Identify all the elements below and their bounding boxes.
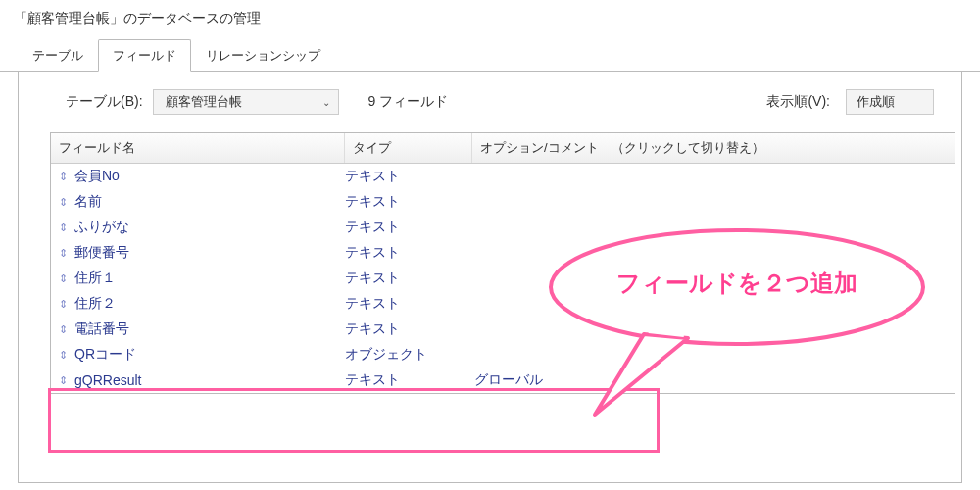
window-title: 「顧客管理台帳」のデータベースの管理 xyxy=(0,0,980,39)
field-count: 9 フィールド xyxy=(368,93,449,111)
cell-field-name: 名前 xyxy=(74,193,345,211)
sort-select-value: 作成順 xyxy=(857,93,895,111)
cell-field-name: 住所２ xyxy=(74,295,345,313)
tab-relationships[interactable]: リレーションシップ xyxy=(191,39,335,71)
cell-field-name: 電話番号 xyxy=(74,320,345,338)
tabs-bar: テーブル フィールド リレーションシップ xyxy=(0,39,980,72)
table-row[interactable]: ⇕gQRResultテキストグローバル xyxy=(51,368,955,393)
header-field-name[interactable]: フィールド名 xyxy=(51,133,345,163)
cell-type: テキスト xyxy=(345,168,472,185)
drag-handle-icon[interactable]: ⇕ xyxy=(51,171,74,183)
cell-options: グローバル xyxy=(472,371,955,389)
table-row[interactable]: ⇕名前テキスト xyxy=(51,189,955,215)
cell-type: テキスト xyxy=(345,270,472,287)
cell-type: テキスト xyxy=(345,219,472,236)
drag-handle-icon[interactable]: ⇕ xyxy=(51,221,74,234)
table-row[interactable]: ⇕会員Noテキスト xyxy=(51,164,955,189)
cell-type: テキスト xyxy=(345,295,472,313)
toolbar: テーブル(B): 顧客管理台帳 ⌄ 9 フィールド 表示順(V): 作成順 xyxy=(19,72,961,128)
cell-type: テキスト xyxy=(345,371,472,389)
drag-handle-icon[interactable]: ⇕ xyxy=(51,298,74,311)
cell-field-name: 住所１ xyxy=(74,270,345,287)
drag-handle-icon[interactable]: ⇕ xyxy=(51,196,74,209)
grid-body: ⇕会員Noテキスト⇕名前テキスト⇕ふりがなテキスト⇕郵便番号テキスト⇕住所１テキ… xyxy=(51,164,955,393)
cell-type: テキスト xyxy=(345,320,472,338)
table-row[interactable]: ⇕住所２テキスト xyxy=(51,291,955,317)
table-row[interactable]: ⇕ふりがなテキスト xyxy=(51,215,955,240)
fields-grid: フィールド名 タイプ オプション/コメント （クリックして切り替え） ⇕会員No… xyxy=(50,132,956,394)
table-row[interactable]: ⇕QRコードオブジェクト xyxy=(51,342,955,368)
cell-field-name: 郵便番号 xyxy=(74,244,345,262)
sort-label: 表示順(V): xyxy=(766,93,830,111)
cell-type: オブジェクト xyxy=(345,346,472,364)
cell-field-name: QRコード xyxy=(74,346,345,364)
drag-handle-icon[interactable]: ⇕ xyxy=(51,374,74,387)
table-row[interactable]: ⇕郵便番号テキスト xyxy=(51,240,955,266)
cell-type: テキスト xyxy=(345,193,472,211)
cell-field-name: 会員No xyxy=(74,168,345,185)
table-row[interactable]: ⇕住所１テキスト xyxy=(51,266,955,291)
table-select[interactable]: 顧客管理台帳 ⌄ xyxy=(153,89,339,115)
drag-handle-icon[interactable]: ⇕ xyxy=(51,323,74,336)
cell-field-name: ふりがな xyxy=(74,219,345,236)
table-label: テーブル(B): xyxy=(66,93,143,111)
header-type[interactable]: タイプ xyxy=(345,133,472,163)
drag-handle-icon[interactable]: ⇕ xyxy=(51,247,74,260)
chevron-down-icon: ⌄ xyxy=(322,97,330,108)
tab-fields[interactable]: フィールド xyxy=(98,39,191,72)
drag-handle-icon[interactable]: ⇕ xyxy=(51,272,74,285)
drag-handle-icon[interactable]: ⇕ xyxy=(51,349,74,362)
annotation-highlight-box xyxy=(48,388,660,453)
grid-header: フィールド名 タイプ オプション/コメント （クリックして切り替え） xyxy=(51,133,955,164)
header-options[interactable]: オプション/コメント （クリックして切り替え） xyxy=(472,133,955,163)
table-row[interactable]: ⇕電話番号テキスト xyxy=(51,317,955,342)
tab-tables[interactable]: テーブル xyxy=(18,39,98,71)
sort-select[interactable]: 作成順 xyxy=(846,89,934,115)
cell-type: テキスト xyxy=(345,244,472,262)
cell-field-name: gQRResult xyxy=(74,372,345,388)
table-select-value: 顧客管理台帳 xyxy=(166,93,242,111)
tab-body: テーブル(B): 顧客管理台帳 ⌄ 9 フィールド 表示順(V): 作成順 フィ… xyxy=(18,72,962,483)
